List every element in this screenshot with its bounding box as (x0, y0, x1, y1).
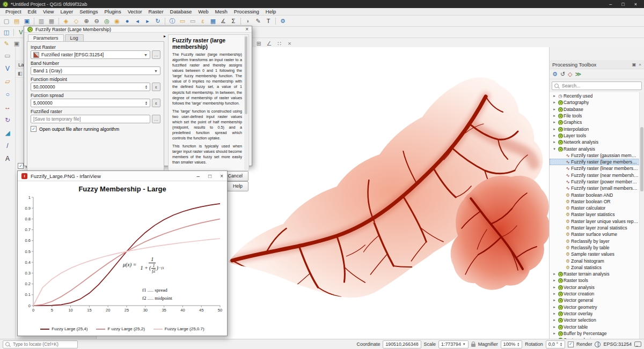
toolbox-item-raster-layer-unique-values-report[interactable]: ⚙Raster layer unique values report (550, 218, 644, 225)
spin-arrows-icon[interactable]: ▲▼ (145, 85, 148, 90)
toolbox-item-zonal-statistics[interactable]: ⚙Zonal statistics (550, 264, 644, 271)
toolbox-item-layer-tools[interactable]: ▸QLayer tools (550, 132, 644, 139)
minimize-button[interactable]: – (197, 173, 200, 179)
identify-features-icon[interactable]: ⓘ (167, 17, 177, 25)
toolbox-item-reclassify-by-layer[interactable]: ⚙Reclassify by layer (550, 238, 644, 244)
tree-indent[interactable]: ▸ (552, 133, 557, 138)
tree-indent[interactable]: ▸ (552, 114, 557, 118)
toolbox-item-cartography[interactable]: ▸QCartography (550, 99, 644, 106)
toolbox-item-fuzzify-raster-small-membership[interactable]: ∿Fuzzify raster (small membership) (550, 185, 644, 191)
tree-indent[interactable]: ▸ (552, 318, 557, 322)
layer-visibility-checkbox[interactable] (18, 163, 24, 169)
zoom-to-layer-icon[interactable]: ● (122, 17, 132, 25)
output-browse-button[interactable]: … (152, 115, 160, 123)
new-project-icon[interactable]: ▢ (2, 17, 11, 25)
collapse-help-arrow[interactable]: ▸ (164, 34, 166, 39)
scrollbar-thumb[interactable] (245, 36, 247, 114)
processing-toolbox-icon[interactable]: ⚙ (278, 17, 288, 25)
title-bar[interactable]: Q *Untitled Project - QGIS 0fd99f32ab – … (0, 0, 644, 8)
tree-indent[interactable]: ▸ (552, 272, 557, 276)
tree-indent[interactable]: ▸ (552, 107, 557, 112)
layout-manager-icon[interactable]: ▦ (47, 17, 56, 25)
chevron-down-icon[interactable]: ▾ (552, 147, 557, 151)
tree-indent[interactable]: ▸ (552, 305, 557, 309)
toggle-editing-icon[interactable]: ✎ (2, 39, 11, 48)
tree-indent[interactable]: ▸ (552, 94, 557, 98)
menu-help[interactable]: Help (262, 9, 280, 14)
toolbox-item-vector-analysis[interactable]: ▸QVector analysis (550, 284, 644, 291)
deselect-features-icon[interactable]: ▭ (188, 17, 197, 25)
statistical-summary-icon[interactable]: Σ (229, 17, 238, 25)
menu-processing[interactable]: Processing (231, 9, 262, 14)
text-annotation-icon[interactable]: T (264, 17, 273, 25)
open-output-checkbox[interactable] (31, 126, 36, 132)
toolbox-item-database[interactable]: ▸QDatabase (550, 106, 644, 113)
toolbox-item-vector-geometry[interactable]: ▸QVector geometry (550, 304, 644, 310)
tree-indent[interactable]: ▸ (552, 331, 557, 336)
tab-log[interactable]: Log (65, 34, 84, 41)
toolbox-item-fuzzify-raster-gaussian-membership[interactable]: ∿Fuzzify raster (gaussian membership) (550, 152, 644, 159)
minimize-button[interactable]: – (609, 2, 612, 7)
toolbox-item-vector-creation[interactable]: ▸QVector creation (550, 291, 644, 297)
cad-tools-icon[interactable]: ∠ (264, 39, 274, 48)
save-edits-icon[interactable]: ▣ (12, 39, 21, 48)
toolbox-item-vector-table[interactable]: ▸QVector table (550, 323, 644, 330)
toolbox-item-vector-general[interactable]: ▸QVector general (550, 297, 644, 303)
toolbox-item-raster-layer-statistics[interactable]: ⚙Raster layer statistics (550, 211, 644, 218)
toolbox-item-fuzzify-raster-power-membership[interactable]: ∿Fuzzify raster (power membership) (550, 179, 644, 185)
toolbox-item-raster-tools[interactable]: ▸QRaster tools (550, 277, 644, 284)
split-features-icon[interactable]: / (2, 140, 13, 151)
tree-indent[interactable]: ▸ (552, 127, 557, 131)
tree-indent[interactable]: ▸ (552, 278, 557, 283)
toolbox-item-raster-layer-zonal-statistics[interactable]: ⚙Raster layer zonal statistics (550, 225, 644, 231)
digitize-shape-icon[interactable]: ▱ (2, 76, 13, 86)
menu-vector[interactable]: Vector (125, 9, 145, 14)
float-panel-icon[interactable]: ▣ (632, 62, 636, 67)
scale-feature-icon[interactable]: ◢ (2, 128, 13, 138)
maximize-button[interactable]: □ (208, 173, 211, 179)
help-button[interactable]: Help (227, 181, 248, 191)
spin-arrows-icon[interactable]: ▲▼ (517, 342, 519, 346)
toolbox-item-fuzzify-raster-near-membership[interactable]: ∿Fuzzify raster (near membership) (550, 172, 644, 179)
measure-icon[interactable]: ∡ (218, 17, 228, 25)
toolbox-item-file-tools[interactable]: ▸QFile tools (550, 113, 644, 119)
toolbox-scrollbar[interactable] (639, 92, 644, 339)
menu-plugins[interactable]: Plugins (101, 9, 124, 14)
toolbox-item-recently-used[interactable]: ▸◷Recently used (550, 93, 644, 99)
model-designer-icon[interactable]: ◇ (568, 71, 572, 78)
refresh-map-icon[interactable]: ↻ (153, 17, 163, 25)
data-defined-override-button[interactable]: ε (152, 83, 160, 91)
zoom-last-icon[interactable]: ◂ (133, 17, 142, 25)
zoom-in-icon[interactable]: ⊕ (82, 17, 91, 25)
attribute-table-icon[interactable]: ▦ (208, 17, 218, 25)
band-combo[interactable]: Band 1 (Gray) ▼ (31, 66, 160, 75)
python-scripts-icon[interactable]: ≫ (575, 71, 582, 78)
menu-web[interactable]: Web (195, 9, 211, 14)
toolbox-item-vector-overlay[interactable]: ▸QVector overlay (550, 310, 644, 317)
toolbox-header[interactable]: Processing Toolbox ▣ × (550, 60, 644, 69)
lock-scale-icon[interactable] (471, 344, 475, 347)
tree-indent[interactable]: ▸ (552, 311, 557, 316)
tree-indent[interactable]: ▸ (552, 298, 557, 302)
circle-tool-icon[interactable]: ○ (2, 89, 13, 99)
render-checkbox[interactable] (568, 341, 574, 347)
history-icon[interactable]: ↺ (560, 71, 565, 78)
spread-spinbox[interactable]: 5,000000 ▲▼ (31, 99, 150, 107)
magnifier-spinbox[interactable]: 100%▲▼ (501, 340, 522, 348)
data-source-manager-icon[interactable]: ◫ (2, 28, 11, 36)
close-button[interactable]: × (634, 2, 637, 7)
annotation-icon[interactable]: ✎ (253, 17, 263, 25)
toolbox-item-raster-calculator[interactable]: ⚙Raster calculator (550, 205, 644, 211)
menu-layer[interactable]: Layer (57, 9, 76, 14)
locate-box[interactable] (3, 340, 78, 348)
pan-map-icon[interactable]: ◈ (61, 17, 71, 25)
toolbox-item-fuzzify-raster-linear-membership[interactable]: ∿Fuzzify raster (linear membership) (550, 165, 644, 172)
coordinate-value[interactable]: 190510,266348 (383, 340, 421, 348)
select-tool-icon[interactable]: ▭ (2, 50, 13, 61)
tree-indent[interactable]: ▸ (552, 140, 557, 144)
toolbox-item-raster-boolean-and[interactable]: ⚙Raster boolean AND (550, 191, 644, 198)
toolbox-item-zonal-histogram[interactable]: ⚙Zonal histogram (550, 257, 644, 264)
menu-project[interactable]: Project (2, 9, 25, 14)
tab-parameters[interactable]: Parameters (28, 34, 64, 41)
tree-indent[interactable]: ▸ (552, 285, 557, 289)
